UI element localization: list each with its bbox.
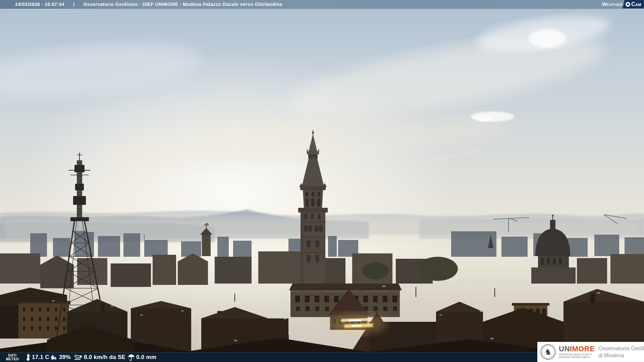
meteo-label: DATI METEO <box>3 353 21 362</box>
separator: | <box>73 2 74 7</box>
weathercam-cam-label: Cam <box>631 1 641 7</box>
weathercam-logo: Weather Cam <box>602 0 644 8</box>
rain-icon <box>127 353 135 362</box>
humidity-icon <box>50 353 58 362</box>
unimore-branding: ♞ UNIMORE UNIVERSITÀ DEGLI STUDI DI MODE… <box>537 342 644 362</box>
camera-lens-icon <box>626 2 630 7</box>
title-bar: 24/03/2026 - 16:07:44 | Osservatorio Geo… <box>0 0 644 9</box>
webcam-page: 24/03/2026 - 16:07:44 | Osservatorio Geo… <box>0 0 644 362</box>
wind-value: 8.0 km/h da SE <box>84 353 125 362</box>
temperature-value: 17.1 C <box>32 353 49 362</box>
unimore-seal-icon: ♞ <box>540 344 556 360</box>
svg-text:♞: ♞ <box>544 347 552 357</box>
observatory-line1: Osservatorio Geofisico <box>598 345 644 352</box>
thermometer-icon <box>25 353 31 362</box>
observatory-name: Osservatorio Geofisico di Modena <box>598 345 644 359</box>
weathercam-weather-label: Weather <box>602 0 624 8</box>
meteo-label-line2: METEO <box>6 357 19 361</box>
weathercam-cam-block: Cam <box>623 0 644 8</box>
datetime-text: 24/03/2026 - 16:07:44 <box>15 2 64 7</box>
camera-title: Osservatorio Geofisico - DIEF UNIMORE - … <box>83 2 282 7</box>
unimore-more-text: MORE <box>572 345 595 353</box>
meteo-label-line1: DATI <box>8 354 17 357</box>
university-subtitle-line2: MODENA E REGGIO EMILIA <box>559 356 595 359</box>
observatory-line2: di Modena <box>598 352 644 359</box>
city-panorama <box>0 0 644 362</box>
unimore-uni-text: UNI <box>559 345 572 353</box>
wind-icon <box>73 353 83 362</box>
humidity-value: 39% <box>59 353 71 362</box>
university-subtitle-line1: UNIVERSITÀ DEGLI STUDI DI <box>559 353 595 356</box>
rain-value: 0.0 mm <box>136 353 156 362</box>
unimore-wordmark: UNIMORE UNIVERSITÀ DEGLI STUDI DI MODENA… <box>559 345 595 358</box>
